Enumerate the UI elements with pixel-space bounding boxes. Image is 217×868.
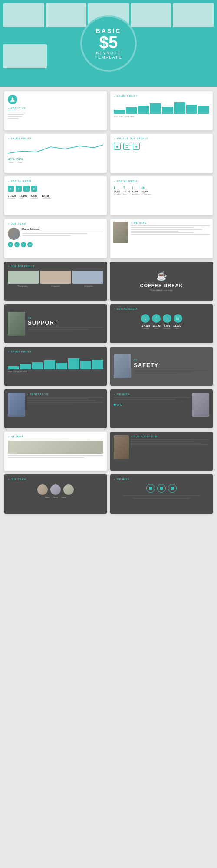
badge-price: $5 xyxy=(99,34,118,51)
stat-lbl: Followers xyxy=(31,197,38,199)
linkedin-icon: in xyxy=(31,186,37,192)
portfolio-tag: OUR PORTFOLIO xyxy=(8,265,103,268)
mini-slide xyxy=(3,3,44,27)
bar xyxy=(186,105,197,114)
slide-row-10: OUR TEAM Name Name Name WE HAVE xyxy=(4,474,213,514)
team-info: Maria Johnson xyxy=(22,228,103,240)
social-item: t 27,100 Followers xyxy=(114,186,121,195)
about-us-slide: ABOUT US xyxy=(4,91,107,130)
team-member-name: Maria Johnson xyxy=(22,228,103,230)
safety-content: 02 SAFETY xyxy=(134,359,209,374)
sales-dark-tag: SALES POLICY xyxy=(8,350,103,353)
we-have-circles xyxy=(114,484,209,493)
text-line xyxy=(131,443,201,444)
sales-policy-line-slide: SALES POLICY 43% Growth 57% Sales xyxy=(4,134,107,173)
bar xyxy=(32,362,43,370)
coffee-icon: ☕ xyxy=(156,271,167,281)
text-line xyxy=(8,457,84,458)
text-line xyxy=(8,118,19,119)
support-title: SUPPORT xyxy=(28,319,103,326)
slide-row-2: SALES POLICY 43% Growth 57% Sales xyxy=(4,134,213,173)
circle-inner xyxy=(171,487,174,490)
social-dark-stats: 27,100 Followers 13,100 Likes 5,780 Foll… xyxy=(114,325,209,329)
text-line xyxy=(22,235,71,236)
portfolio-label: Infographic xyxy=(74,285,103,287)
bar xyxy=(138,106,149,114)
text-line xyxy=(131,225,210,226)
dot-outline xyxy=(120,404,122,406)
insta-label: Followers xyxy=(132,193,139,195)
stat-label: Growth xyxy=(8,161,15,163)
text-line xyxy=(28,331,73,331)
social-media-tag: SOCIAL MEDIA xyxy=(8,180,103,182)
support-number: 01 xyxy=(28,316,103,319)
step-icon: ◈ xyxy=(133,143,140,150)
coffee-break-slide: ☕ COFFEE BREAK Take a break and enjoy xyxy=(110,262,213,301)
stat-lbl: Followers xyxy=(8,197,16,199)
slide-row-9: WE HAVE OUR PORTFOLIO xyxy=(4,432,213,471)
text-line xyxy=(131,441,194,442)
linkedin-symbol: in xyxy=(142,186,151,190)
bar xyxy=(114,110,125,114)
portfolio-dark-lines xyxy=(131,439,209,445)
text-line xyxy=(27,402,103,403)
safety-slide: 02 SAFETY xyxy=(110,347,213,386)
slide-row-3: SOCIAL MEDIA t f i in 27,100 Followers 1… xyxy=(4,176,213,215)
social-stat: 13,100 Likes xyxy=(19,195,27,199)
contact-content: CONTACT US xyxy=(4,389,107,428)
facebook-circle: f xyxy=(152,314,161,323)
stat-label: Sales xyxy=(16,161,23,163)
team-social-icons: t f i in xyxy=(8,242,103,247)
our-portfolio-dark-slide: OUR PORTFOLIO xyxy=(110,432,213,471)
circle-inner xyxy=(149,487,152,490)
insta-symbol: i xyxy=(132,186,139,190)
safety-image xyxy=(114,354,131,378)
we-have-light-2-slide: WE HAVE xyxy=(4,432,107,471)
instagram-icon: i xyxy=(23,186,30,192)
support-text: 01 SUPPORT xyxy=(28,316,103,331)
circle-1 xyxy=(146,484,155,493)
dark-stat-lbl: Followers xyxy=(163,327,171,329)
chart-text: Your Title goes here xyxy=(114,115,209,118)
our-team-slide: OUR TEAM Maria Johnson xyxy=(4,219,107,258)
social-circles: t f i in xyxy=(114,314,209,323)
we-have-dark-tag: WE HAVE xyxy=(114,393,190,395)
social-item: i 5,780 Followers xyxy=(132,186,139,195)
svg-point-0 xyxy=(12,97,14,99)
safety-number: 02 xyxy=(134,359,209,362)
text-line xyxy=(114,399,175,400)
about-content: ABOUT US xyxy=(8,107,26,127)
social-item: in 13,330 Connections xyxy=(142,186,151,195)
we-have-dark-image xyxy=(192,393,209,417)
mini-slide xyxy=(131,3,171,27)
bar xyxy=(174,102,185,114)
team-circles xyxy=(8,484,103,495)
bar xyxy=(44,360,55,369)
facebook-symbol: f xyxy=(123,186,130,190)
text-line xyxy=(22,232,103,232)
text-line xyxy=(28,329,88,330)
mini-slide xyxy=(173,3,214,27)
contact-text: CONTACT US xyxy=(27,393,103,425)
portfolio-dark-content: OUR PORTFOLIO xyxy=(110,432,213,463)
step: ☰ Design xyxy=(123,143,130,153)
bar xyxy=(162,107,173,114)
chart-label: goes here xyxy=(125,115,134,118)
we-have-dark-content: WE HAVE xyxy=(110,389,213,420)
team-facebook: f xyxy=(14,242,20,247)
slide-row-5: OUR PORTFOLIO Photography Infographic In… xyxy=(4,262,213,301)
text-line xyxy=(27,400,95,401)
text-line xyxy=(27,398,88,399)
dot-outline xyxy=(117,404,119,406)
stat-number: 57% xyxy=(16,157,23,161)
we-have-circles-lines xyxy=(114,495,209,499)
team-instagram: i xyxy=(21,242,26,247)
team-name: Name xyxy=(45,496,50,498)
social-stat: 13,330 Connections xyxy=(42,195,51,199)
coffee-subtitle: Take a break and enjoy xyxy=(150,289,173,292)
text-line xyxy=(27,404,73,404)
social-media-tag-2: SOCIAL MEDIA xyxy=(114,180,209,182)
text-line xyxy=(131,234,210,235)
coffee-title: COFFEE BREAK xyxy=(140,283,183,288)
bar xyxy=(20,364,31,369)
